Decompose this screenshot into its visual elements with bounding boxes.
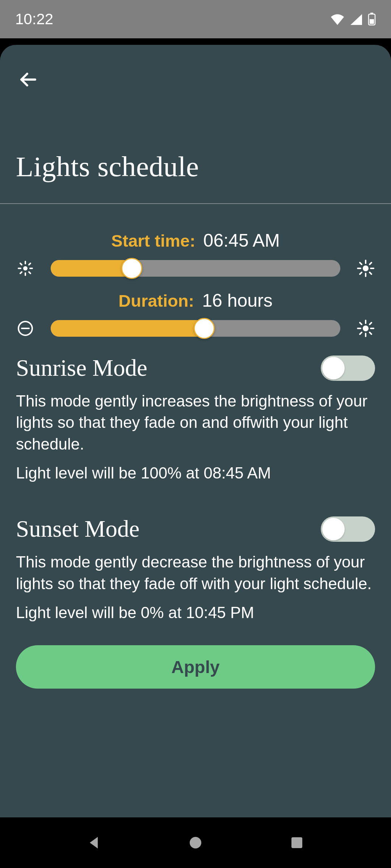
wifi-icon: [330, 13, 345, 25]
back-button[interactable]: [14, 65, 43, 94]
start-time-label-row: Start time: 06:45 AM: [16, 230, 375, 251]
svg-line-29: [370, 332, 371, 334]
svg-line-11: [20, 272, 22, 273]
divider: [0, 203, 391, 204]
duration-slider-row: [16, 318, 375, 339]
svg-point-12: [363, 265, 369, 271]
system-nav-bar: [0, 817, 391, 868]
sunset-mode-block: Sunset Mode This mode gently decrease th…: [16, 515, 375, 622]
sunrise-mode-info: Light level will be 100% at 08:45 AM: [16, 464, 375, 482]
svg-line-17: [360, 263, 362, 264]
sunrise-mode-title: Sunrise Mode: [16, 354, 147, 382]
circle-icon: [189, 836, 202, 849]
triangle-left-icon: [87, 835, 101, 850]
sunrise-mode-block: Sunrise Mode This mode gently increases …: [16, 354, 375, 482]
svg-rect-2: [370, 19, 374, 24]
duration-value: 16 hours: [202, 290, 273, 311]
status-time: 10:22: [15, 10, 53, 28]
sunset-mode-title: Sunset Mode: [16, 515, 139, 542]
svg-line-31: [360, 332, 362, 334]
brightness-max-icon: [356, 319, 375, 338]
start-time-label: Start time:: [111, 231, 195, 251]
svg-line-8: [20, 263, 22, 265]
status-icons: [330, 13, 376, 26]
settings-sheet: Lights schedule Start time: 06:45 AM: [0, 45, 391, 817]
svg-point-3: [23, 266, 28, 271]
duration-label-row: Duration: 16 hours: [16, 290, 375, 311]
brightness-low-icon: [16, 259, 35, 278]
arrow-left-icon: [18, 69, 39, 90]
start-time-slider-row: [16, 258, 375, 279]
svg-line-28: [360, 323, 362, 324]
svg-rect-33: [291, 837, 302, 848]
svg-line-10: [29, 263, 30, 265]
start-time-slider[interactable]: [51, 258, 340, 279]
svg-line-18: [370, 272, 371, 274]
sunset-mode-info: Light level will be 0% at 10:45 PM: [16, 604, 375, 622]
start-time-value: 06:45 AM: [203, 230, 280, 251]
sunset-mode-description: This mode gently decrease the brightness…: [16, 551, 375, 594]
svg-line-30: [370, 323, 371, 324]
svg-line-19: [370, 263, 371, 264]
svg-line-20: [360, 272, 362, 274]
duration-slider[interactable]: [51, 318, 340, 339]
sliders-section: Start time: 06:45 AM Dur: [0, 219, 391, 350]
sunset-mode-toggle[interactable]: [321, 516, 375, 542]
svg-point-23: [363, 326, 369, 331]
nav-home-button[interactable]: [185, 832, 206, 854]
signal-icon: [350, 13, 363, 25]
battery-icon: [368, 13, 376, 26]
apply-button[interactable]: Apply: [16, 645, 375, 689]
status-bar: 10:22: [0, 0, 391, 38]
square-icon: [291, 837, 303, 849]
svg-rect-1: [370, 13, 373, 14]
apply-button-label: Apply: [171, 657, 219, 677]
modes-section: Sunrise Mode This mode gently increases …: [16, 354, 375, 655]
sunrise-mode-description: This mode gently increases the brightnes…: [16, 390, 375, 455]
brightness-high-icon: [356, 259, 375, 278]
sunrise-mode-toggle[interactable]: [321, 356, 375, 381]
nav-back-button[interactable]: [83, 832, 105, 854]
minus-circle-icon: [16, 319, 35, 338]
duration-label: Duration:: [118, 291, 194, 311]
svg-line-9: [29, 272, 30, 273]
svg-point-32: [190, 837, 201, 848]
page-title: Lights schedule: [16, 150, 199, 183]
nav-recent-button[interactable]: [286, 832, 308, 854]
